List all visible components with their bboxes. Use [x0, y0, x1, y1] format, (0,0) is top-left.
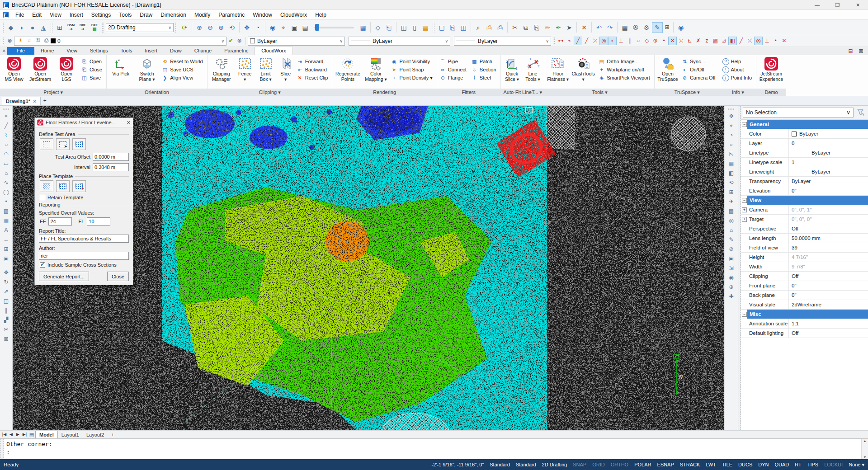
tab-cloudworx[interactable]: CloudWorx [255, 47, 292, 55]
canvas-tool-icon[interactable]: ◎ [726, 216, 736, 226]
redo-icon[interactable]: ↷ [604, 22, 615, 33]
undo-icon[interactable]: ↶ [594, 22, 604, 33]
left-tool-icon[interactable]: ◫ [1, 296, 11, 306]
status-toggle[interactable]: 2D Drafting [542, 462, 567, 467]
solid-wedge-icon[interactable]: ◗ [16, 22, 27, 33]
new-drawing-tab-button[interactable]: + [41, 97, 49, 105]
paste-icon[interactable]: ⎘ [531, 22, 542, 33]
left-tool-icon[interactable]: ⇗ [1, 287, 11, 296]
report-title-input[interactable] [39, 235, 129, 243]
about-button[interactable]: !About [722, 66, 755, 74]
menu-item[interactable]: Window [249, 10, 276, 20]
layer-settings-icon[interactable]: ⊜ [235, 37, 244, 45]
snap-icon[interactable]: ✕ [668, 37, 677, 45]
tab-layout2[interactable]: Layout2 [83, 431, 108, 438]
settings-sheet-icon[interactable]: ⚙ [641, 22, 652, 33]
left-tool-icon[interactable]: ▦ [1, 216, 11, 226]
snap-icon[interactable]: ◎ [599, 37, 608, 45]
snap-icon[interactable]: ○ [634, 37, 642, 45]
orbit-icon[interactable]: ◔ [252, 22, 263, 33]
tab-settings[interactable]: Settings [84, 47, 114, 55]
open-truspace-button[interactable]: OpenTruSpace [656, 56, 679, 82]
toolbar-grip[interactable] [1, 37, 4, 45]
status-toggle[interactable]: POLAR [634, 462, 651, 467]
property-row[interactable]: Height 4 7/16" [741, 253, 868, 262]
export-dxf-icon[interactable]: DXF▤ [89, 24, 100, 31]
status-toggle[interactable]: LWT [706, 462, 716, 467]
canvas-tool-icon[interactable]: ⊘ [726, 244, 736, 254]
zoom-previous-icon[interactable]: ⟲ [226, 22, 237, 33]
open-jetstream-button[interactable]: OpenJetStream [28, 56, 53, 82]
canvas-tool-icon[interactable]: ⌂ [726, 226, 736, 235]
snap-icon[interactable]: ◎ [754, 37, 763, 45]
canvas-tool-icon[interactable]: ▤ [726, 207, 736, 216]
maximize-button[interactable]: ❐ [827, 0, 848, 9]
snap-icon[interactable]: ◇ [642, 37, 651, 45]
property-row[interactable]: Elevation 0" [741, 186, 868, 196]
canvas-tool-icon[interactable]: ✚ [726, 292, 736, 301]
snap-icon[interactable]: ◧ [728, 37, 737, 45]
left-tool-icon[interactable]: ∥ [1, 306, 11, 315]
patch-button[interactable]: ▩Patch [470, 57, 499, 66]
solid-box-icon[interactable]: ◆ [5, 22, 16, 33]
generate-report-button[interactable]: Generate Report... [39, 272, 89, 281]
pick-polygon-area-button[interactable]: ➤ [56, 138, 70, 150]
property-row[interactable]: Perspective Off [741, 224, 868, 234]
left-tool-icon[interactable]: ⌖ [1, 112, 11, 121]
tab-file[interactable]: File [7, 47, 34, 55]
properties-section-general[interactable]: General [741, 120, 868, 129]
first-tab-icon[interactable]: |◀ [1, 431, 8, 438]
snap-icon[interactable]: ⊾ [685, 37, 694, 45]
ribbon-panel-close-icon[interactable]: ⊠ [857, 47, 865, 56]
test-area-offset-input[interactable] [93, 153, 129, 161]
snap-icon[interactable]: ⤬ [677, 37, 685, 45]
project-save-button[interactable]: ◫Save [80, 74, 105, 82]
print-icon[interactable]: ⎙ [484, 22, 495, 33]
align-view-button[interactable]: ❯Align View [160, 74, 206, 82]
snap-icon[interactable]: ⤫ [591, 37, 599, 45]
canvas-tool-icon[interactable]: ⇲ [726, 263, 736, 273]
property-row[interactable]: Back plane 0" [741, 291, 868, 300]
next-tab-icon[interactable]: ▶ [14, 431, 21, 438]
property-row[interactable]: Linetype scale 1 [741, 158, 868, 167]
snap-icon[interactable]: ╱ [582, 37, 591, 45]
tab-insert[interactable]: Insert [138, 47, 164, 55]
menu-item[interactable]: CloudWorx [276, 10, 311, 20]
ucs-icon[interactable]: ⌖ [278, 22, 289, 33]
pick-grid-area-button[interactable] [72, 138, 86, 150]
help-icon[interactable]: ◉ [675, 22, 686, 33]
attach-icon[interactable]: ✇ [630, 22, 641, 33]
snap-icon[interactable]: ╱ [574, 37, 582, 45]
clip-backward-button[interactable]: ⇤Backward [296, 66, 331, 74]
left-tool-icon[interactable]: ⊞ [1, 244, 11, 254]
ff-input[interactable] [48, 217, 72, 226]
status-toggle[interactable]: Standard [516, 462, 536, 467]
left-tool-icon[interactable]: ▭ [1, 159, 11, 169]
via-pick-button[interactable]: Via Pick [108, 56, 133, 77]
clashtools-button[interactable]: ClashTools▾ [570, 56, 596, 82]
left-tool-icon[interactable]: ∿ [1, 178, 11, 188]
canvas-tool-icon[interactable]: ⊞ [726, 188, 736, 197]
copy-icon[interactable]: ⧉ [520, 22, 531, 33]
scroll-up-icon[interactable]: ▲ [863, 439, 867, 442]
menu-item[interactable]: Settings [87, 10, 115, 20]
render-icon[interactable]: ▤ [300, 22, 311, 33]
scroll-down-icon[interactable]: ▼ [863, 456, 867, 459]
toolbar-grip[interactable] [102, 22, 104, 33]
property-row[interactable]: Annotation scale 1:1 [741, 319, 868, 329]
tab-layout1[interactable]: Layout1 [58, 431, 83, 438]
canvas-tool-icon[interactable]: ✥ [726, 112, 736, 121]
status-toggle[interactable]: TIPS [807, 462, 818, 467]
template-grid-add-button[interactable]: + [72, 180, 86, 192]
open-msview-button[interactable]: OpenMS View [1, 56, 27, 82]
open-lgs-button[interactable]: OpenLGS [54, 56, 79, 82]
onoff-button[interactable]: ◐On/Off [680, 66, 718, 74]
tile-windows-icon[interactable]: ◫ [398, 22, 409, 33]
cut-icon[interactable]: ✂ [509, 22, 520, 33]
left-tool-icon[interactable]: ▣ [1, 254, 11, 263]
left-tool-icon[interactable]: • [1, 197, 11, 207]
status-toggle[interactable]: QUAD [774, 462, 789, 467]
left-tool-icon[interactable]: ↔ [1, 235, 11, 244]
clip-forward-button[interactable]: ⇥Forward [296, 57, 331, 66]
print-preview-icon[interactable]: ⌕ [473, 22, 484, 33]
